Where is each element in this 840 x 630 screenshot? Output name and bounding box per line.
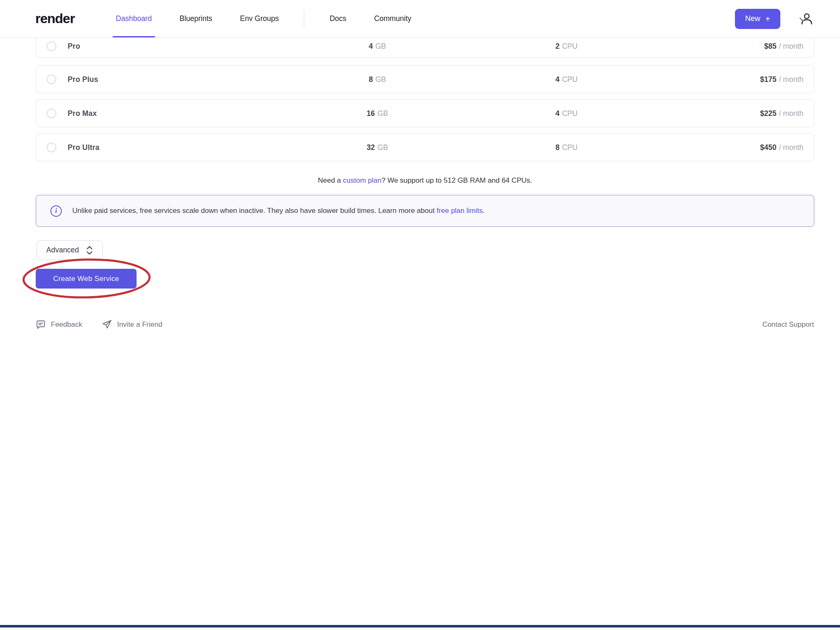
info-circle-icon: i <box>50 205 62 217</box>
plan-cpu: 2CPU <box>520 42 613 51</box>
plan-radio[interactable] <box>47 74 56 84</box>
plan-ram: 16GB <box>331 109 424 118</box>
custom-plan-note: Need a custom plan? We support up to 512… <box>36 176 814 185</box>
primary-nav: Dashboard Blueprints Env Groups Docs Com… <box>115 0 438 37</box>
custom-plan-suffix: ? We support up to 512 GB RAM and 64 CPU… <box>382 176 532 184</box>
nav-tab-env-groups-label: Env Groups <box>240 14 279 23</box>
plus-icon: + <box>765 15 770 23</box>
plan-row-pro-ultra[interactable]: Pro Ultra 32GB 8CPU $450/ month <box>36 133 814 161</box>
free-plan-limits-link[interactable]: free plan limits <box>437 207 483 215</box>
plan-radio[interactable] <box>47 142 56 152</box>
nav-divider <box>304 10 304 28</box>
plan-name: Pro Plus <box>68 75 98 84</box>
new-button[interactable]: New + <box>735 9 780 29</box>
plan-price: $85/ month <box>764 42 803 51</box>
plan-ram: 32GB <box>331 143 424 152</box>
nav-tab-docs-label: Docs <box>329 14 346 23</box>
plan-row-pro-plus[interactable]: Pro Plus 8GB 4CPU $175/ month <box>36 65 814 93</box>
nav-tab-dashboard-label: Dashboard <box>116 14 152 23</box>
nav-tab-community[interactable]: Community <box>373 0 412 37</box>
unfold-chevrons-icon <box>86 245 93 256</box>
plan-cpu: 4CPU <box>520 75 613 84</box>
chevron-down-icon <box>798 14 808 25</box>
feedback-label: Feedback <box>51 320 82 329</box>
new-button-label: New <box>745 14 760 23</box>
render-dashboard-page: render Dashboard Blueprints Env Groups D… <box>0 0 840 630</box>
page-footer: Feedback Invite a Friend Contact Support <box>36 319 814 330</box>
plan-ram: 4GB <box>331 42 424 51</box>
plan-price: $225/ month <box>760 109 803 118</box>
plan-ram: 8GB <box>331 75 424 84</box>
create-web-service-button[interactable]: Create Web Service <box>36 269 137 289</box>
collapse-chevron-button[interactable] <box>798 14 808 25</box>
plan-cpu: 4CPU <box>520 109 613 118</box>
plan-price: $175/ month <box>760 75 803 84</box>
nav-tab-blueprints-label: Blueprints <box>179 14 212 23</box>
plan-row-pro[interactable]: Pro 4GB 2CPU $85/ month <box>36 38 814 58</box>
nav-tab-community-label: Community <box>374 14 411 23</box>
plan-row-pro-max[interactable]: Pro Max 16GB 4CPU $225/ month <box>36 99 814 127</box>
advanced-label: Advanced <box>46 246 79 255</box>
active-tab-underline <box>113 36 155 37</box>
paper-plane-icon <box>102 319 112 330</box>
bottom-edge-bar <box>0 625 840 627</box>
top-nav: render Dashboard Blueprints Env Groups D… <box>0 0 840 38</box>
plan-cpu: 8CPU <box>520 143 613 152</box>
plan-price: $450/ month <box>760 143 803 152</box>
feedback-bubble-icon <box>36 320 46 330</box>
free-plan-notice-banner: i Unlike paid services, free services sc… <box>36 195 814 227</box>
advanced-toggle-button[interactable]: Advanced <box>37 240 103 260</box>
render-logo[interactable]: render <box>35 11 75 26</box>
nav-tab-blueprints[interactable]: Blueprints <box>179 0 213 37</box>
create-web-service-label: Create Web Service <box>53 275 119 283</box>
nav-tab-docs[interactable]: Docs <box>329 0 347 37</box>
custom-plan-prefix: Need a <box>318 176 343 184</box>
invite-friend-link[interactable]: Invite a Friend <box>102 319 163 330</box>
nav-tab-dashboard[interactable]: Dashboard <box>115 0 153 37</box>
nav-tab-env-groups[interactable]: Env Groups <box>239 0 279 37</box>
plan-radio[interactable] <box>47 108 56 118</box>
contact-support-link[interactable]: Contact Support <box>762 320 814 329</box>
plan-name: Pro Ultra <box>68 143 100 152</box>
plan-name: Pro <box>68 42 80 51</box>
plan-name: Pro Max <box>68 109 97 118</box>
instance-type-list: Pro 4GB 2CPU $85/ month Pro Plus 8GB 4CP… <box>36 38 814 161</box>
feedback-link[interactable]: Feedback <box>36 320 82 330</box>
plan-radio[interactable] <box>47 42 56 51</box>
notice-text: Unlike paid services, free services scal… <box>72 207 485 215</box>
custom-plan-link[interactable]: custom plan <box>343 176 382 184</box>
invite-friend-label: Invite a Friend <box>117 320 163 329</box>
